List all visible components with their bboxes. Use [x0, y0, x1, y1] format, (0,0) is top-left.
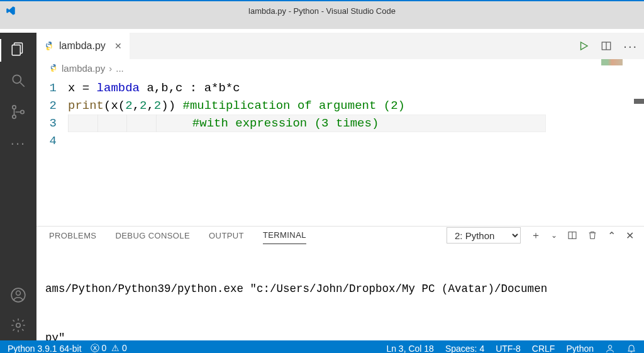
minimap-icon	[601, 59, 623, 65]
panel-tab-bar: PROBLEMS DEBUG CONSOLE OUTPUT TERMINAL 2…	[36, 227, 644, 244]
code-content: print(x(2,2,2)) #multiplication of argum…	[68, 97, 405, 115]
chevron-right-icon: ›	[109, 63, 112, 74]
new-terminal-icon[interactable]: ＋	[531, 229, 541, 242]
svg-point-5	[13, 115, 16, 118]
window-title: lambda.py - Python - Visual Studio Code	[248, 6, 396, 16]
activity-bar: ···	[0, 33, 36, 340]
vscode-logo-icon	[5, 5, 16, 16]
status-bar: Python 3.9.1 64-bit ⓧ 0 ⚠ 0 Ln 3, Col 18…	[0, 340, 644, 353]
activity-bar-active-marker	[0, 39, 1, 62]
line-number: 3	[36, 115, 68, 132]
source-control-icon[interactable]	[9, 103, 27, 121]
more-actions-icon[interactable]: ···	[623, 39, 638, 53]
line-number: 2	[36, 97, 68, 115]
code-line: 3 #with expression (3 times)	[36, 115, 644, 132]
overview-ruler-mark	[634, 99, 644, 104]
search-icon[interactable]	[9, 72, 27, 89]
main-area: ··· lambda.py ✕	[0, 33, 644, 340]
panel-tab-problems[interactable]: PROBLEMS	[49, 227, 96, 244]
split-terminal-icon[interactable]	[567, 230, 577, 240]
svg-point-4	[13, 106, 16, 109]
svg-point-8	[16, 291, 21, 295]
notifications-bell-icon[interactable]	[626, 344, 636, 353]
svg-point-9	[16, 323, 21, 328]
panel-tab-terminal[interactable]: TERMINAL	[263, 227, 306, 244]
status-problems[interactable]: ⓧ 0 ⚠ 0	[91, 343, 127, 353]
more-icon[interactable]: ···	[9, 135, 27, 152]
svg-marker-10	[581, 42, 588, 50]
status-language-mode[interactable]: Python	[566, 344, 594, 353]
svg-rect-1	[12, 45, 20, 55]
dropdown-more-icon[interactable]: ⌄	[551, 231, 557, 240]
code-line: 4	[36, 132, 644, 150]
status-indentation[interactable]: Spaces: 4	[445, 344, 484, 353]
svg-point-15	[608, 345, 611, 349]
status-encoding[interactable]: UTF-8	[496, 344, 521, 353]
code-editor[interactable]: 1x = lambda a,b,c : a*b*c2print(x(2,2,2)…	[36, 77, 644, 226]
editor-area: lambda.py ✕ ··· lambda.py › ...	[36, 33, 644, 340]
settings-gear-icon[interactable]	[9, 317, 27, 334]
tab-strip: lambda.py ✕ ···	[36, 33, 644, 59]
python-file-icon	[44, 41, 54, 51]
line-number: 1	[36, 79, 68, 97]
panel-tab-output[interactable]: OUTPUT	[209, 227, 244, 244]
trash-icon[interactable]	[587, 230, 597, 240]
code-content: #with expression (3 times)	[68, 115, 546, 132]
error-icon: ⓧ	[91, 343, 99, 353]
svg-point-6	[21, 110, 24, 113]
account-icon[interactable]	[9, 286, 27, 304]
panel-tab-debug-console[interactable]: DEBUG CONSOLE	[115, 227, 190, 244]
svg-line-3	[20, 82, 25, 87]
code-line: 1x = lambda a,b,c : a*b*c	[36, 79, 644, 97]
breadcrumb[interactable]: lambda.py › ...	[36, 59, 644, 77]
split-editor-icon[interactable]	[601, 40, 612, 52]
tab-file-name: lambda.py	[59, 40, 106, 52]
terminal-line: ams/Python/Python39/python.exe "c:/Users…	[45, 281, 635, 297]
breadcrumb-continuation: ...	[116, 63, 124, 74]
status-eol[interactable]: CRLF	[532, 344, 555, 353]
breadcrumb-file: lambda.py	[62, 63, 105, 74]
tab-lambda-py[interactable]: lambda.py ✕	[36, 33, 130, 59]
close-panel-icon[interactable]: ✕	[626, 230, 634, 242]
terminal-output[interactable]: ams/Python/Python39/python.exe "c:/Users…	[36, 244, 644, 353]
editor-actions: ···	[578, 39, 638, 53]
code-line: 2print(x(2,2,2)) #multiplication of argu…	[36, 97, 644, 115]
line-number: 4	[36, 132, 68, 150]
run-icon[interactable]	[578, 40, 589, 52]
status-cursor-position[interactable]: Ln 3, Col 18	[386, 344, 434, 353]
feedback-icon[interactable]	[605, 344, 615, 353]
maximize-panel-icon[interactable]: ⌃	[608, 230, 616, 242]
warning-icon: ⚠	[111, 343, 119, 353]
python-file-icon	[49, 64, 58, 72]
explorer-icon[interactable]	[9, 40, 27, 58]
bottom-panel: PROBLEMS DEBUG CONSOLE OUTPUT TERMINAL 2…	[36, 226, 644, 340]
menu-bar	[0, 16, 644, 29]
svg-point-2	[13, 75, 21, 83]
close-tab-icon[interactable]: ✕	[114, 41, 122, 51]
code-content: x = lambda a,b,c : a*b*c	[68, 79, 240, 97]
status-python-interpreter[interactable]: Python 3.9.1 64-bit	[8, 344, 82, 353]
terminal-select[interactable]: 2: Python	[447, 227, 521, 244]
